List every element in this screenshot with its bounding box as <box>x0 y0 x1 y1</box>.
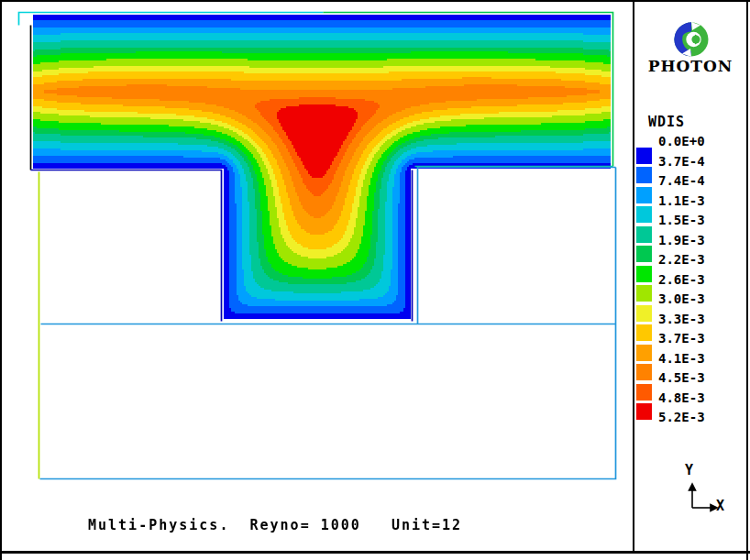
legend-swatch <box>636 187 652 203</box>
plot-caption: Multi-Physics. Reyno= 1000 Unit=12 <box>88 517 462 533</box>
legend-value-label: 5.2E-3 <box>658 410 705 425</box>
legend-swatch <box>636 206 652 223</box>
legend-swatch <box>636 345 652 361</box>
panel-divider <box>633 0 634 554</box>
legend-value-label: 2.6E-3 <box>658 272 705 288</box>
legend-swatch <box>636 364 652 380</box>
legend-swatch <box>636 403 652 420</box>
legend-value-label: 3.0E-3 <box>658 291 705 307</box>
legend-value-label: 3.7E-3 <box>658 331 705 346</box>
photon-window: Multi-Physics. Reyno= 1000 Unit=12 PHOTO… <box>0 0 750 560</box>
legend-swatch <box>636 167 652 183</box>
legend-value-label: 1.5E-3 <box>658 213 705 228</box>
legend-variable-title: WDIS <box>648 114 685 130</box>
photon-wordmark: PHOTON <box>634 57 746 75</box>
legend-swatch <box>636 324 652 341</box>
window-border-top <box>0 0 750 2</box>
legend-value-label: 4.5E-3 <box>658 370 705 386</box>
legend-value-label: 4.1E-3 <box>658 351 705 367</box>
y-axis-label: Y <box>685 462 693 478</box>
photon-logo-icon <box>668 21 714 58</box>
legend-panel: PHOTON WDIS 0.0E+03.7E-47.4E-41.1E-31.5E… <box>634 2 746 551</box>
legend-swatch <box>636 285 652 302</box>
legend-value-label: 2.2E-3 <box>658 252 705 268</box>
legend-value-label: 1.1E-3 <box>658 193 705 209</box>
legend-value-label: 7.4E-4 <box>658 173 705 189</box>
legend-swatch <box>636 266 652 282</box>
contour-plot-canvas <box>0 0 633 560</box>
legend-value-label: 1.9E-3 <box>658 233 705 248</box>
legend-swatch <box>636 305 652 322</box>
legend-swatch <box>636 148 652 164</box>
legend-value-label: 4.8E-3 <box>658 390 705 406</box>
legend-value-label: 3.7E-4 <box>658 154 705 170</box>
legend-swatch <box>636 226 652 243</box>
legend-swatch <box>636 384 652 401</box>
window-border-bottom <box>0 551 750 554</box>
legend-swatch <box>636 246 652 262</box>
legend-value-label: 3.3E-3 <box>658 312 705 327</box>
window-border-left <box>0 0 2 560</box>
window-border-right <box>746 0 748 560</box>
x-axis-label: X <box>716 498 724 514</box>
legend-value-label: 0.0E+0 <box>658 134 705 149</box>
